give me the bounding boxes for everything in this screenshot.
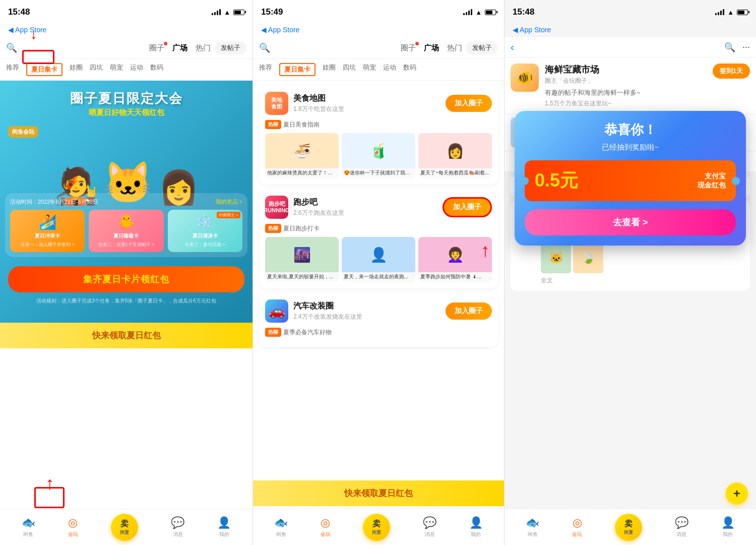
cat-si-1[interactable]: 四坑 bbox=[90, 63, 103, 76]
fish-icon-3: 🐟 bbox=[526, 516, 539, 529]
join-food-btn[interactable]: 加入圈子 bbox=[446, 95, 492, 112]
sell-fab-1[interactable]: 卖 闲置 bbox=[111, 514, 138, 541]
run-post-2[interactable]: 👤 夏天，来一场走就走的夜跑... bbox=[342, 237, 415, 282]
nav-tab-hot-2[interactable]: 热门 bbox=[447, 43, 462, 53]
cat-si-2[interactable]: 四坑 bbox=[343, 63, 356, 76]
back-bar-1[interactable]: ◀ App Store bbox=[0, 22, 253, 37]
app-store-back-2[interactable]: ◀ App Store bbox=[261, 26, 299, 34]
check-in-btn[interactable]: 签到1天 bbox=[713, 64, 750, 79]
food-post-2[interactable]: 🧃 😍迷你杯一下子就撞到了我的... bbox=[342, 133, 415, 178]
community-car-info: 🚗 汽车改装圈 2.4万个改装发烧友在这里 bbox=[265, 299, 362, 323]
nav-mine-3[interactable]: 👤 我的 bbox=[721, 516, 735, 538]
msg-icon-2: 💬 bbox=[423, 516, 436, 529]
join-run-btn[interactable]: 加入圈子 bbox=[443, 197, 492, 217]
sell-fab-2[interactable]: 卖 闲置 bbox=[363, 514, 390, 541]
search-icon-3[interactable]: 🔍 bbox=[724, 42, 735, 53]
post-img-1a[interactable]: 🐱 bbox=[541, 243, 571, 273]
task-label-3: 夏日清凉卡 bbox=[193, 232, 218, 239]
more-icon-3[interactable]: ··· bbox=[742, 42, 750, 53]
cat-yun-2[interactable]: 运动 bbox=[383, 63, 396, 76]
nav-tab-guangchang-2[interactable]: 广场 bbox=[424, 43, 439, 53]
community-list-2: 美地食图 美食地图 1.8万个吃货在这里 加入圈子 热聊 夏日美食指南 🍜 他家… bbox=[253, 81, 504, 480]
run-post-1[interactable]: 🌆 夏天来啦,夏天的较量开始，... bbox=[265, 237, 339, 282]
nav-xianyu-3[interactable]: 🐟 闲鱼 bbox=[526, 516, 539, 538]
join-car-btn[interactable]: 加入圈子 bbox=[446, 302, 492, 320]
back-bar-3[interactable]: ◀ App Store bbox=[505, 22, 756, 37]
red-box-wanwan bbox=[34, 487, 65, 508]
nav-msg-3[interactable]: 💬 消息 bbox=[675, 516, 688, 538]
back-bar-2[interactable]: ◀ App Store bbox=[253, 22, 504, 37]
search-icon-1[interactable]: 🔍 bbox=[6, 42, 17, 53]
post-btn-2[interactable]: 发帖子 bbox=[466, 41, 498, 54]
bottom-banner-2[interactable]: 快来领取夏日红包 bbox=[253, 480, 504, 506]
app-store-back-3[interactable]: ◀ App Store bbox=[513, 26, 551, 34]
food-post-1[interactable]: 🍜 他家的麻辣烫真的太爱了！真... bbox=[265, 133, 339, 178]
user-icon-3: 👤 bbox=[721, 516, 735, 529]
cat-wa-2[interactable]: 娃圈 bbox=[323, 63, 336, 76]
status-icons-2: ▲ bbox=[463, 9, 496, 16]
food-post-3[interactable]: 👩 夏天了~每天抱着西瓜🍉刷着... bbox=[418, 133, 492, 178]
signal-icon-3 bbox=[715, 9, 724, 15]
search-icon-2[interactable]: 🔍 bbox=[259, 42, 270, 53]
msg-icon-1: 💬 bbox=[171, 516, 184, 529]
cat-shu-2[interactable]: 数码 bbox=[403, 63, 416, 76]
run-post-3[interactable]: 👩‍🦱 夏季跑步如何预防中暑 🌡... bbox=[418, 237, 492, 282]
red-envelope-btn-1[interactable]: 集齐夏日卡片领红包 bbox=[8, 266, 244, 292]
bottom-nav-2: 🐟 闲鱼 ◎ 会玩 卖 闲置 💬 消息 👤 我的 bbox=[253, 509, 504, 545]
status-icons-1: ▲ bbox=[212, 9, 244, 16]
fish-icon-1: 🐟 bbox=[22, 516, 35, 529]
nav-msg-2[interactable]: 💬 消息 bbox=[423, 516, 436, 538]
nav-wanwan-1[interactable]: ◎ 会玩 bbox=[68, 516, 78, 538]
cat-meng-2[interactable]: 萌宠 bbox=[363, 63, 376, 76]
nav-wanwan-3[interactable]: ◎ 会玩 bbox=[572, 516, 582, 538]
nav-xianyu-1[interactable]: 🐟 闲鱼 bbox=[22, 516, 35, 538]
task-card-1[interactable]: 🏄 夏日冲浪卡 任务一：加入圈子并签到 > bbox=[10, 210, 85, 252]
nav-tab-quanzi-2[interactable]: 圈子 bbox=[401, 43, 416, 53]
app-store-back-1[interactable]: ◀ App Store bbox=[8, 26, 46, 34]
group-logo: 🐠 bbox=[511, 64, 539, 92]
xianyu-logo-banner: 闲鱼会玩 bbox=[8, 126, 38, 138]
nav-mine-2[interactable]: 👤 我的 bbox=[469, 516, 483, 538]
sell-fab-3[interactable]: 卖 闲置 bbox=[615, 514, 642, 541]
nav-tab-guangchang-1[interactable]: 广场 bbox=[172, 43, 187, 53]
phone-panel-3: 15:48 ▲ ◀ App Store ‹ 🔍 ··· 🐠 bbox=[505, 0, 756, 545]
status-time-2: 15:49 bbox=[261, 7, 283, 17]
post-img-1b[interactable]: 🍃 bbox=[573, 243, 603, 273]
post-btn-1[interactable]: 发帖子 bbox=[215, 41, 246, 54]
main-banner-1: 圈子夏日限定大会 晒夏日好物天天领红包 🧑‍🎤 🐱 👩 闲鱼会玩 活动时间：20… bbox=[0, 81, 253, 323]
check-prize-btn[interactable]: 去查看 > bbox=[525, 209, 736, 235]
nav-bar-1: 🔍 圈子 广场 热门 发帖子 bbox=[0, 37, 253, 59]
run-post-grid: 🌆 夏天来啦,夏天的较量开始，... 👤 夏天，来一场走就走的夜跑... 👩‍🦱… bbox=[265, 237, 492, 282]
add-fab[interactable]: + bbox=[726, 482, 748, 505]
community-food-header: 美地食图 美食地图 1.8万个吃货在这里 加入圈子 bbox=[265, 92, 492, 115]
cat-shu-1[interactable]: 数码 bbox=[150, 63, 163, 76]
cat-wa-1[interactable]: 娃圈 bbox=[70, 63, 83, 76]
task-desc-2: 任务二：点赞1个互动帖子 > bbox=[98, 241, 155, 248]
task-icon-3: ❄️ bbox=[196, 214, 214, 230]
cat-tuijian-2[interactable]: 推荐 bbox=[259, 63, 272, 76]
cat-yun-1[interactable]: 运动 bbox=[130, 63, 143, 76]
community-run-members: 2.6万个跑友在这里 bbox=[293, 209, 344, 217]
task-card-3[interactable]: ❄️ 夏日清凉卡 任务三：参与话题 > 招募圈主 > bbox=[168, 210, 242, 252]
nav-tab-quanzi-1[interactable]: 圈子 bbox=[149, 43, 164, 53]
nav-msg-1[interactable]: 💬 消息 bbox=[171, 516, 184, 538]
nav-tab-hot-1[interactable]: 热门 bbox=[196, 43, 211, 53]
group-master: 圈主「会玩圈子」 bbox=[545, 77, 707, 85]
back-btn-3[interactable]: ‹ bbox=[511, 41, 514, 53]
play-icon-3: ◎ bbox=[573, 516, 582, 529]
hot-text-food: 夏日美食指南 bbox=[283, 120, 320, 129]
nav-xianyu-2[interactable]: 🐟 闲鱼 bbox=[274, 516, 288, 538]
run-post-1-img: 🌆 bbox=[265, 237, 339, 272]
nav-mine-1[interactable]: 👤 我的 bbox=[217, 516, 231, 538]
cat-xiari-1[interactable]: 夏日集卡 bbox=[26, 63, 62, 76]
task-card-2[interactable]: 🐥 夏日嗑嗑卡 任务二：点赞1个互动帖子 > bbox=[89, 210, 163, 252]
nav-wanwan-2[interactable]: ◎ 会玩 bbox=[321, 516, 331, 538]
prize-title: 恭喜你！ bbox=[525, 121, 736, 139]
wifi-icon-1: ▲ bbox=[224, 9, 230, 16]
header-icons-3: 🔍 ··· bbox=[724, 42, 750, 53]
cat-xiari-2[interactable]: 夏日集卡 bbox=[279, 63, 316, 76]
recruit-btn[interactable]: 招募圈主 > bbox=[217, 212, 240, 218]
cat-meng-1[interactable]: 萌宠 bbox=[110, 63, 123, 76]
cat-tuijian-1[interactable]: 推荐 bbox=[6, 63, 19, 76]
bottom-banner-1[interactable]: 快来领取夏日红包 bbox=[0, 323, 253, 348]
